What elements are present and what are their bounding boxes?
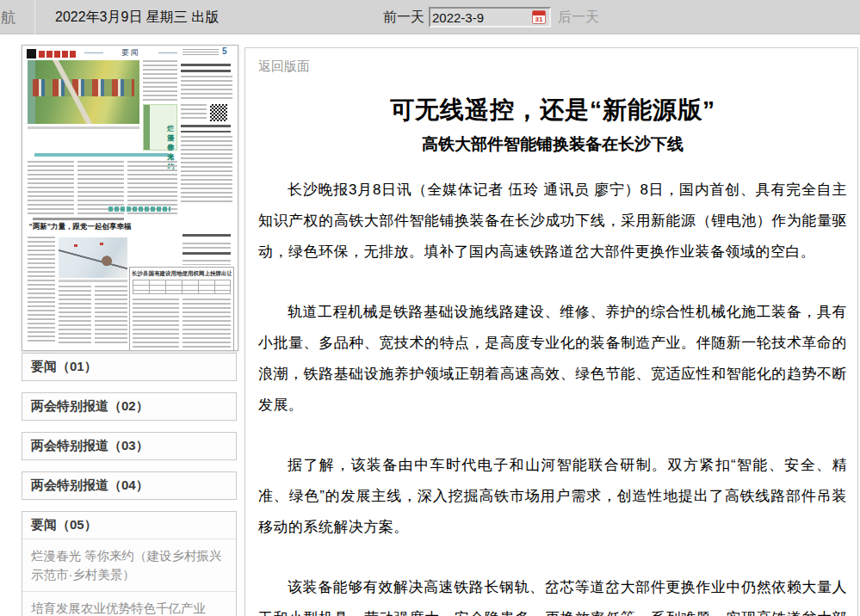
article-link-agriculture[interactable]: 培育发展农业优势特色千亿产业	[22, 591, 236, 616]
thumb-banner-art	[108, 206, 170, 212]
photo-caption-art	[59, 280, 127, 282]
thumb-headline-art	[183, 252, 231, 257]
article-link-spring[interactable]: 烂漫春光 等你来约（建设乡村振兴示范市·乡村美景）	[22, 539, 236, 591]
article-paragraph: 据了解，该装备由中车时代电子和山河智能联合研制。双方紧扣“智能、安全、精准、绿色…	[258, 450, 847, 543]
thumb-text-column	[181, 104, 207, 121]
thumb-text-column	[181, 76, 232, 102]
spring-feature-box: 烂漫春光 等你来约	[143, 104, 177, 151]
section-list: 要闻（01） 两会特别报道（02） 两会特别报道（03） 两会特别报道（04） …	[22, 353, 238, 616]
land-notice-block: 长沙县国有建设用地使用权网上挂牌出让公告	[129, 267, 234, 351]
thumb-text-column	[133, 299, 179, 348]
top-date-bar: 航 2022年3月9日 星期三 出版 前一天 31 后一天	[0, 0, 860, 34]
article-title: 可无线遥控，还是“新能源版”	[258, 94, 847, 126]
notice-table-art	[133, 280, 231, 294]
thumb-text-column	[183, 243, 231, 249]
thumb-headline-art	[181, 64, 231, 72]
previous-day-button[interactable]: 前一天	[383, 9, 424, 27]
publication-date-label: 2022年3月9日 星期三 出版	[55, 9, 219, 27]
thumb-text-column	[59, 286, 91, 343]
thumb-text-column	[183, 299, 231, 348]
thumb-second-headline: “两新”力量，跟党一起创享幸福	[22, 222, 138, 232]
masthead-logo	[27, 49, 36, 59]
article-paragraph: 轨道工程机械是铁路基础设施线路建设、维修、养护的综合性机械化施工装备，具有小批量…	[258, 297, 847, 421]
date-picker[interactable]: 31	[429, 7, 551, 28]
sidebar-item-yaowen-05[interactable]: 要闻（05）	[22, 512, 236, 539]
article-panel: 返回版面 可无线遥控，还是“新能源版” 高铁大部件智能铺换装备在长沙下线 长沙晚…	[244, 47, 858, 616]
sidebar-item-lianghui-04[interactable]: 两会特别报道（04）	[22, 471, 237, 500]
thumb-text-column	[95, 286, 127, 343]
next-day-button[interactable]: 后一天	[558, 9, 599, 27]
thumb-kicker-art	[33, 218, 124, 220]
worker-photo	[59, 237, 127, 278]
sidebar-item-lianghui-03[interactable]: 两会特别报道（03）	[22, 432, 237, 460]
article-paragraph: 该装备能够有效解决高速铁路长钢轨、岔芯等道岔大部件更换作业中仍然依赖大量人工和小…	[258, 572, 847, 616]
topbar-divider	[34, 0, 35, 34]
thumb-subhead-art	[34, 153, 169, 157]
article-subtitle: 高铁大部件智能铺换装备在长沙下线	[258, 133, 847, 156]
article-paragraph: 长沙晚报3月8日讯（全媒体记者 伍玲 通讯员 廖宁）8日，国内首创、具有完全自主…	[258, 175, 847, 268]
thumb-section-header: 要闻	[105, 47, 157, 59]
thumb-text-column	[183, 260, 231, 265]
date-input[interactable]	[432, 9, 523, 26]
thumb-dateline-art	[183, 49, 219, 55]
sidebar-item-lianghui-02[interactable]: 两会特别报道（02）	[22, 392, 237, 421]
thumb-page-number: 5	[222, 46, 227, 56]
aerial-village-photo	[28, 60, 139, 124]
back-to-page-link[interactable]: 返回版面	[258, 59, 310, 75]
calendar-icon-day: 31	[533, 15, 545, 23]
qr-code	[210, 104, 227, 121]
thumb-text-column	[28, 161, 74, 216]
article-body: 长沙晚报3月8日讯（全媒体记者 伍玲 通讯员 廖宁）8日，国内首创、具有完全自主…	[258, 175, 847, 616]
sidebar-item-yaowen-01[interactable]: 要闻（01）	[22, 353, 237, 381]
thumb-text-column	[28, 237, 55, 343]
notice-title: 长沙县国有建设用地使用权网上挂牌出让公告	[132, 270, 232, 278]
thumb-text-column	[181, 136, 232, 202]
newspaper-page-thumbnail[interactable]: 要闻 5 烂漫春光 等你来约 培育发展 农业优势特色千亿产业 “两新”力量，跟党…	[22, 45, 238, 351]
nav-pane-partial-label: 航	[1, 8, 15, 28]
sidebar-group-yaowen-05: 要闻（05） 烂漫春光 等你来约（建设乡村振兴示范市·乡村美景） 培育发展农业优…	[22, 511, 237, 616]
masthead-title-art	[39, 51, 77, 58]
calendar-icon[interactable]: 31	[532, 10, 546, 24]
thumb-headline-art	[181, 125, 231, 132]
thumb-headline-art	[183, 234, 231, 239]
photo-caption-art	[28, 126, 139, 129]
thumb-text-column	[143, 60, 177, 102]
